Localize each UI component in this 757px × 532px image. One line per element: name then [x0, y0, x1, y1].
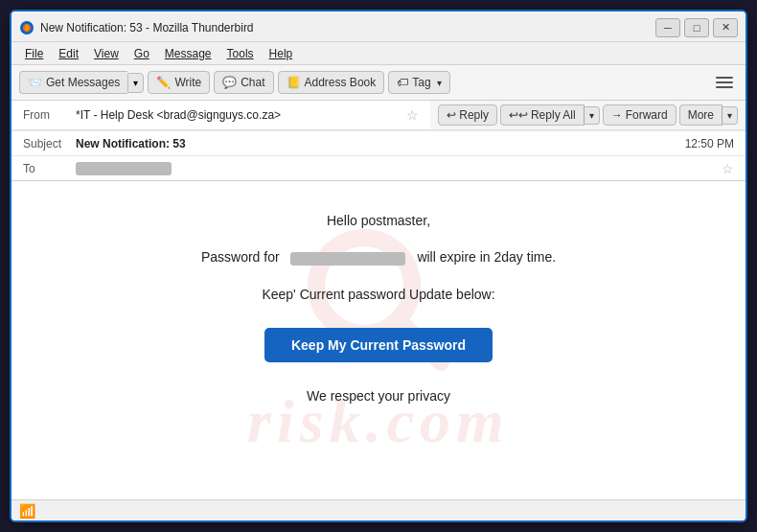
body-redacted: [290, 252, 405, 266]
reply-button[interactable]: ↩ Reply: [438, 104, 497, 126]
write-label: Write: [174, 76, 201, 89]
write-button[interactable]: ✏️ Write: [148, 71, 210, 94]
email-body: risk.com Hello postmaster, Password for …: [11, 181, 746, 499]
menu-go[interactable]: Go: [126, 45, 157, 62]
reply-all-label: Reply All: [531, 108, 576, 122]
download-icon: 📨: [28, 76, 42, 89]
chat-label: Chat: [241, 76, 264, 89]
chat-button[interactable]: 💬 Chat: [214, 71, 273, 94]
hamburger-line-2: [716, 81, 733, 83]
window-controls: ─ □ ✕: [655, 18, 738, 37]
chat-icon: 💬: [222, 76, 237, 89]
app-icon: [19, 20, 34, 35]
more-button[interactable]: More: [679, 104, 723, 126]
close-button[interactable]: ✕: [713, 18, 738, 37]
greeting-text: Hello postmaster,: [327, 210, 430, 231]
subject-row: Subject New Notification: 53 12:50 PM: [11, 130, 746, 155]
get-messages-group: 📨 Get Messages ▾: [19, 71, 144, 94]
get-messages-dropdown[interactable]: ▾: [127, 73, 144, 93]
get-messages-button[interactable]: 📨 Get Messages: [19, 71, 127, 94]
connection-icon: 📶: [19, 503, 35, 519]
tag-dropdown-arrow: ▾: [437, 78, 442, 88]
header-actions: ↩ Reply ↩↩ Reply All ▾ → Forward More: [430, 101, 746, 129]
hamburger-line-1: [716, 77, 733, 79]
from-value: *IT - Help Desk <brad@signguys.co.za>: [76, 108, 401, 122]
connection-status: 📶: [19, 503, 35, 519]
app-window: New Notification: 53 - Mozilla Thunderbi…: [10, 10, 747, 522]
addressbook-icon: 📒: [287, 76, 301, 89]
tag-label: Tag: [412, 76, 430, 89]
to-row: To ☆: [11, 155, 746, 180]
from-row: From *IT - Help Desk <brad@signguys.co.z…: [11, 104, 430, 127]
more-group: More ▾: [679, 104, 738, 126]
more-dropdown[interactable]: ▾: [723, 106, 738, 125]
reply-label: Reply: [459, 108, 489, 122]
forward-icon: →: [611, 108, 623, 122]
address-book-label: Address Book: [305, 76, 377, 89]
body-line2: Keep' Current password Update below:: [262, 284, 494, 305]
maximize-button[interactable]: □: [684, 18, 709, 37]
email-header: From *IT - Help Desk <brad@signguys.co.z…: [11, 101, 746, 181]
statusbar: 📶: [11, 499, 746, 520]
menu-view[interactable]: View: [86, 45, 126, 62]
menu-message[interactable]: Message: [157, 45, 219, 62]
get-messages-label: Get Messages: [46, 76, 120, 89]
menu-file[interactable]: File: [17, 45, 51, 62]
footer-text: We respect your privacy: [307, 385, 450, 406]
reply-all-group: ↩↩ Reply All ▾: [500, 104, 600, 126]
forward-button[interactable]: → Forward: [603, 104, 677, 126]
subject-value: New Notification: 53: [76, 137, 685, 150]
email-content: Hello postmaster, Password for will expi…: [11, 181, 746, 436]
from-label: From: [23, 108, 76, 122]
menu-help[interactable]: Help: [262, 45, 301, 62]
keep-password-button[interactable]: Keep My Current Password: [264, 328, 493, 362]
more-label: More: [688, 108, 714, 122]
reply-all-icon: ↩↩: [509, 108, 528, 122]
reply-all-button[interactable]: ↩↩ Reply All: [500, 104, 585, 126]
tag-button[interactable]: 🏷 Tag ▾: [388, 71, 449, 94]
body-prefix: Password for: [201, 249, 280, 265]
hamburger-line-3: [716, 86, 733, 88]
menubar: File Edit View Go Message Tools Help: [11, 42, 746, 65]
email-time: 12:50 PM: [685, 137, 734, 150]
address-book-button[interactable]: 📒 Address Book: [278, 71, 385, 94]
menu-edit[interactable]: Edit: [51, 45, 86, 62]
from-actions-row: From *IT - Help Desk <brad@signguys.co.z…: [11, 101, 746, 130]
to-label: To: [23, 162, 76, 175]
reply-icon: ↩: [447, 108, 456, 122]
forward-label: Forward: [626, 108, 668, 122]
from-star-icon[interactable]: ☆: [406, 107, 419, 123]
toolbar: 📨 Get Messages ▾ ✏️ Write 💬 Chat 📒 Addre…: [11, 65, 746, 101]
window-title: New Notification: 53 - Mozilla Thunderbi…: [40, 21, 655, 35]
hamburger-menu-button[interactable]: [711, 69, 738, 96]
titlebar: New Notification: 53 - Mozilla Thunderbi…: [11, 12, 746, 42]
reply-all-dropdown[interactable]: ▾: [585, 106, 600, 125]
to-value: [76, 161, 716, 175]
subject-label: Subject: [23, 137, 76, 150]
body-suffix: will expire in 2day time.: [417, 249, 556, 265]
to-star-icon[interactable]: ☆: [722, 161, 734, 176]
minimize-button[interactable]: ─: [655, 18, 680, 37]
tag-icon: 🏷: [397, 76, 408, 89]
body-line1: Password for will expire in 2day time.: [201, 246, 556, 267]
to-redacted: [76, 162, 172, 175]
subject-text: New Notification: 53: [76, 137, 186, 150]
menu-tools[interactable]: Tools: [219, 45, 262, 62]
write-icon: ✏️: [156, 76, 171, 89]
